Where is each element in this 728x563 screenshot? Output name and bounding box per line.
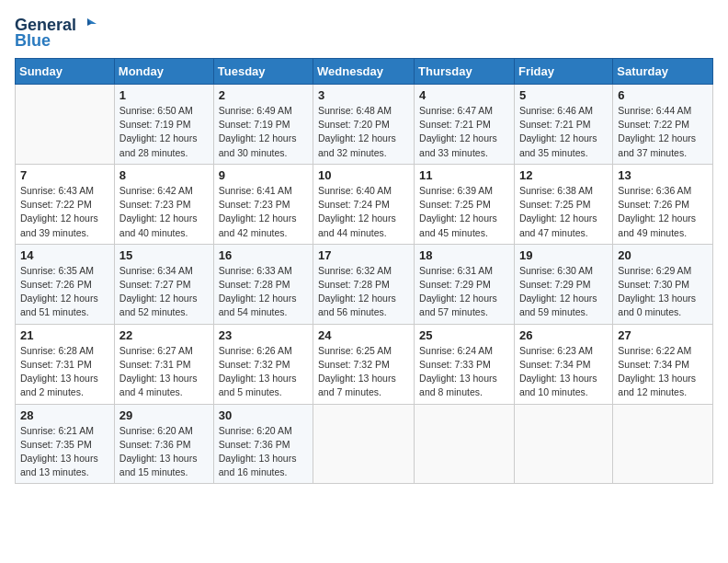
day-detail: Sunrise: 6:27 AM Sunset: 7:31 PM Dayligh… — [119, 344, 209, 400]
day-detail: Sunrise: 6:40 AM Sunset: 7:24 PM Dayligh… — [318, 184, 409, 240]
day-number: 3 — [318, 88, 409, 102]
day-detail: Sunrise: 6:34 AM Sunset: 7:27 PM Dayligh… — [119, 264, 209, 320]
day-number: 2 — [219, 88, 308, 102]
day-number: 4 — [419, 88, 509, 102]
day-detail: Sunrise: 6:42 AM Sunset: 7:23 PM Dayligh… — [119, 184, 209, 240]
calendar-table: SundayMondayTuesdayWednesdayThursdayFrid… — [15, 58, 713, 484]
day-number: 29 — [119, 408, 209, 422]
day-detail: Sunrise: 6:41 AM Sunset: 7:23 PM Dayligh… — [219, 184, 308, 240]
day-number: 8 — [119, 168, 209, 182]
day-detail: Sunrise: 6:21 AM Sunset: 7:35 PM Dayligh… — [20, 424, 109, 480]
col-header-tuesday: Tuesday — [213, 59, 313, 85]
day-number: 5 — [519, 88, 608, 102]
day-cell: 11Sunrise: 6:39 AM Sunset: 7:25 PM Dayli… — [415, 164, 515, 244]
day-detail: Sunrise: 6:44 AM Sunset: 7:22 PM Dayligh… — [618, 104, 708, 160]
week-row-5: 28Sunrise: 6:21 AM Sunset: 7:35 PM Dayli… — [16, 404, 713, 484]
day-number: 25 — [419, 328, 509, 342]
day-detail: Sunrise: 6:46 AM Sunset: 7:21 PM Dayligh… — [519, 104, 608, 160]
day-number: 19 — [519, 248, 608, 262]
day-cell: 28Sunrise: 6:21 AM Sunset: 7:35 PM Dayli… — [16, 404, 115, 484]
day-cell: 16Sunrise: 6:33 AM Sunset: 7:28 PM Dayli… — [213, 244, 313, 324]
day-number: 9 — [219, 168, 308, 182]
col-header-wednesday: Wednesday — [313, 59, 415, 85]
day-number: 22 — [119, 328, 209, 342]
day-detail: Sunrise: 6:49 AM Sunset: 7:19 PM Dayligh… — [219, 104, 308, 160]
day-cell: 5Sunrise: 6:46 AM Sunset: 7:21 PM Daylig… — [514, 85, 612, 165]
col-header-sunday: Sunday — [16, 59, 115, 85]
day-number: 20 — [618, 248, 708, 262]
day-number: 6 — [618, 88, 708, 102]
day-cell: 15Sunrise: 6:34 AM Sunset: 7:27 PM Dayli… — [114, 244, 213, 324]
day-number: 11 — [419, 168, 509, 182]
day-detail: Sunrise: 6:30 AM Sunset: 7:29 PM Dayligh… — [519, 264, 608, 320]
day-cell — [16, 85, 115, 165]
day-detail: Sunrise: 6:32 AM Sunset: 7:28 PM Dayligh… — [318, 264, 409, 320]
day-cell — [313, 404, 415, 484]
day-detail: Sunrise: 6:20 AM Sunset: 7:36 PM Dayligh… — [219, 424, 308, 480]
day-detail: Sunrise: 6:22 AM Sunset: 7:34 PM Dayligh… — [618, 344, 708, 400]
day-detail: Sunrise: 6:36 AM Sunset: 7:26 PM Dayligh… — [618, 184, 708, 240]
day-cell: 7Sunrise: 6:43 AM Sunset: 7:22 PM Daylig… — [16, 164, 115, 244]
day-number: 18 — [419, 248, 509, 262]
day-detail: Sunrise: 6:50 AM Sunset: 7:19 PM Dayligh… — [119, 104, 209, 160]
col-header-thursday: Thursday — [415, 59, 515, 85]
day-cell: 1Sunrise: 6:50 AM Sunset: 7:19 PM Daylig… — [114, 85, 213, 165]
day-number: 26 — [519, 328, 608, 342]
day-cell: 23Sunrise: 6:26 AM Sunset: 7:32 PM Dayli… — [213, 324, 313, 404]
logo-bird-icon — [78, 15, 98, 35]
day-number: 1 — [119, 88, 209, 102]
day-number: 13 — [618, 168, 708, 182]
day-detail: Sunrise: 6:28 AM Sunset: 7:31 PM Dayligh… — [20, 344, 109, 400]
day-cell — [415, 404, 515, 484]
day-cell: 14Sunrise: 6:35 AM Sunset: 7:26 PM Dayli… — [16, 244, 115, 324]
day-detail: Sunrise: 6:47 AM Sunset: 7:21 PM Dayligh… — [419, 104, 509, 160]
day-detail: Sunrise: 6:31 AM Sunset: 7:29 PM Dayligh… — [419, 264, 509, 320]
day-number: 7 — [20, 168, 109, 182]
day-cell: 30Sunrise: 6:20 AM Sunset: 7:36 PM Dayli… — [213, 404, 313, 484]
logo-blue: Blue — [15, 31, 51, 51]
day-detail: Sunrise: 6:48 AM Sunset: 7:20 PM Dayligh… — [318, 104, 409, 160]
day-number: 14 — [20, 248, 109, 262]
day-detail: Sunrise: 6:33 AM Sunset: 7:28 PM Dayligh… — [219, 264, 308, 320]
day-detail: Sunrise: 6:39 AM Sunset: 7:25 PM Dayligh… — [419, 184, 509, 240]
col-header-friday: Friday — [514, 59, 612, 85]
day-cell: 12Sunrise: 6:38 AM Sunset: 7:25 PM Dayli… — [514, 164, 612, 244]
day-cell: 24Sunrise: 6:25 AM Sunset: 7:32 PM Dayli… — [313, 324, 415, 404]
day-number: 16 — [219, 248, 308, 262]
day-number: 30 — [219, 408, 308, 422]
day-detail: Sunrise: 6:24 AM Sunset: 7:33 PM Dayligh… — [419, 344, 509, 400]
day-cell: 25Sunrise: 6:24 AM Sunset: 7:33 PM Dayli… — [415, 324, 515, 404]
page-header: General Blue — [15, 15, 713, 51]
calendar-header-row: SundayMondayTuesdayWednesdayThursdayFrid… — [16, 59, 713, 85]
day-cell: 13Sunrise: 6:36 AM Sunset: 7:26 PM Dayli… — [613, 164, 713, 244]
day-number: 12 — [519, 168, 608, 182]
day-cell: 9Sunrise: 6:41 AM Sunset: 7:23 PM Daylig… — [213, 164, 313, 244]
day-cell: 10Sunrise: 6:40 AM Sunset: 7:24 PM Dayli… — [313, 164, 415, 244]
week-row-3: 14Sunrise: 6:35 AM Sunset: 7:26 PM Dayli… — [16, 244, 713, 324]
day-cell: 6Sunrise: 6:44 AM Sunset: 7:22 PM Daylig… — [613, 85, 713, 165]
day-detail: Sunrise: 6:26 AM Sunset: 7:32 PM Dayligh… — [219, 344, 308, 400]
day-cell: 20Sunrise: 6:29 AM Sunset: 7:30 PM Dayli… — [613, 244, 713, 324]
day-number: 24 — [318, 328, 409, 342]
day-number: 21 — [20, 328, 109, 342]
day-number: 15 — [119, 248, 209, 262]
col-header-monday: Monday — [114, 59, 213, 85]
day-number: 10 — [318, 168, 409, 182]
day-detail: Sunrise: 6:20 AM Sunset: 7:36 PM Dayligh… — [119, 424, 209, 480]
day-detail: Sunrise: 6:23 AM Sunset: 7:34 PM Dayligh… — [519, 344, 608, 400]
day-cell: 8Sunrise: 6:42 AM Sunset: 7:23 PM Daylig… — [114, 164, 213, 244]
day-cell: 29Sunrise: 6:20 AM Sunset: 7:36 PM Dayli… — [114, 404, 213, 484]
week-row-2: 7Sunrise: 6:43 AM Sunset: 7:22 PM Daylig… — [16, 164, 713, 244]
logo: General Blue — [15, 15, 98, 51]
day-cell: 27Sunrise: 6:22 AM Sunset: 7:34 PM Dayli… — [613, 324, 713, 404]
day-cell: 21Sunrise: 6:28 AM Sunset: 7:31 PM Dayli… — [16, 324, 115, 404]
day-detail: Sunrise: 6:29 AM Sunset: 7:30 PM Dayligh… — [618, 264, 708, 320]
day-detail: Sunrise: 6:38 AM Sunset: 7:25 PM Dayligh… — [519, 184, 608, 240]
day-cell: 2Sunrise: 6:49 AM Sunset: 7:19 PM Daylig… — [213, 85, 313, 165]
day-number: 27 — [618, 328, 708, 342]
day-cell — [613, 404, 713, 484]
day-detail: Sunrise: 6:35 AM Sunset: 7:26 PM Dayligh… — [20, 264, 109, 320]
week-row-1: 1Sunrise: 6:50 AM Sunset: 7:19 PM Daylig… — [16, 85, 713, 165]
day-number: 28 — [20, 408, 109, 422]
day-cell: 3Sunrise: 6:48 AM Sunset: 7:20 PM Daylig… — [313, 85, 415, 165]
